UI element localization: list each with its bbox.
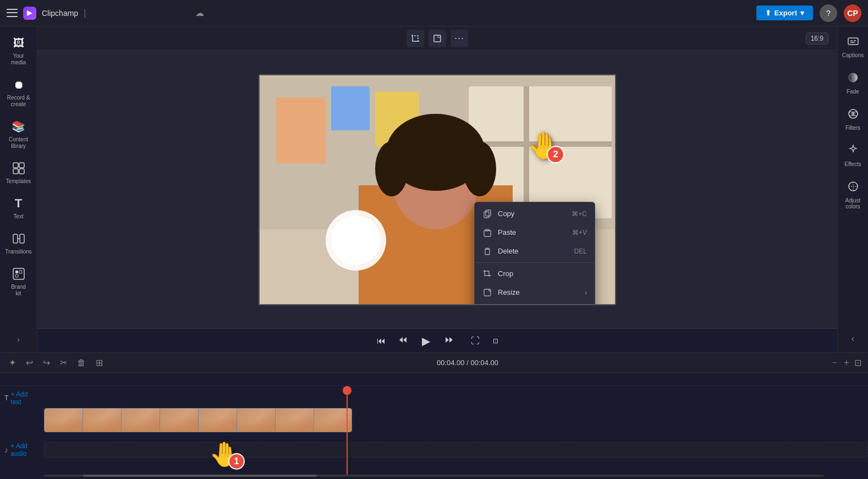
video-track-row: 🤚 1 [0,408,868,436]
audio-track-row: ♪ + Add audio [0,440,868,460]
timeline-toolbar: ✦ ↩ ↪ ✂ 🗑 ⊞ 00:04.00 / 00:04.00 － ＋ ⊡ [0,353,868,373]
right-panel-collapse-button[interactable]: ‹ [851,334,854,344]
cut-button[interactable]: ✂ [58,356,69,369]
copy-icon [482,209,492,219]
video-preview[interactable]: 🤚 2 Copy ⌘+C [259,74,616,305]
crop-label: Crop [498,269,513,278]
svg-rect-4 [19,169,24,174]
magic-cut-button[interactable]: ✦ [7,356,18,369]
timeline-time-display: 00:04.00 / 00:04.00 [437,359,498,367]
context-menu-resize[interactable]: Resize › [475,283,595,302]
svg-rect-30 [484,212,489,218]
svg-rect-29 [486,210,491,216]
clip-thumb-8 [314,409,352,432]
timeline-ruler: 0 0:01 0:02 0:03 0:04 0:05 0:06 0:07 0:0… [0,373,868,386]
redo-button[interactable]: ↪ [41,356,52,369]
hand-cursor-2: 🤚 2 [527,130,560,161]
clip-thumb-1 [45,409,83,432]
timeline-scrollbar-thumb[interactable] [83,475,317,477]
context-menu-rotate[interactable]: Rotate by 90° [475,302,595,305]
undo-button[interactable]: ↩ [24,356,35,369]
right-sidebar: Captions Fade Filters Effects Adjustcolo… [837,26,868,353]
timeline-scrollbar-container [0,475,868,479]
export-icon: ⬆ [765,9,771,17]
clip-thumb-5 [199,409,237,432]
delete-shortcut: DEL [574,247,587,255]
clip-thumb-6 [237,409,276,432]
svg-rect-6 [20,234,24,243]
video-title-input[interactable]: My video [91,9,188,18]
crop-tool-button[interactable] [406,30,424,47]
forward-button[interactable] [441,333,455,349]
sidebar-item-your-media[interactable]: 🖼 Your media [2,31,35,70]
fullscreen-button[interactable]: ⛶ [469,334,482,348]
filters-panel-button[interactable]: Filters [839,103,867,135]
zoom-controls: － ＋ ⊡ [830,357,861,368]
sidebar-item-brand[interactable]: Brandkit [2,262,35,301]
fit-timeline-button[interactable]: ⊡ [854,357,861,368]
sidebar-item-text[interactable]: T Text [2,191,35,224]
play-button[interactable]: ▶ [420,332,432,350]
svg-point-25 [375,141,408,196]
effects-icon [847,144,859,159]
sidebar-item-transitions[interactable]: Transitions [2,227,35,260]
adjust-colors-panel-button[interactable]: Adjustcolors [839,176,867,214]
context-menu-copy[interactable]: Copy ⌘+C [475,205,595,223]
aspect-ratio-selector[interactable]: 16:9 [806,32,828,45]
audio-track-content [44,442,868,458]
svg-rect-9 [15,271,18,273]
fade-icon [847,71,859,86]
fade-panel-button[interactable]: Fade [839,67,867,99]
audio-track-icon: ♪ [4,445,8,454]
sidebar-item-record-create[interactable]: ⏺ Record &create [2,73,35,112]
svg-rect-1 [13,163,18,168]
video-track-content: 🤚 1 [44,408,868,436]
effects-panel-button[interactable]: Effects [839,140,867,172]
more-icon: ··· [454,32,464,44]
skip-back-button[interactable]: ⏮ [375,334,388,348]
captions-panel-button[interactable]: Captions [839,31,867,63]
video-preview-container: 🤚 2 Copy ⌘+C [37,51,837,328]
zoom-out-button[interactable]: － [830,357,839,368]
svg-point-28 [331,216,381,265]
resize-tool-button[interactable] [428,30,446,47]
clip-thumb-4 [160,409,199,432]
timeline-scrollbar-track[interactable] [44,475,824,477]
your-media-icon: 🖼 [11,35,26,51]
copy-shortcut: ⌘+C [572,210,587,218]
video-clip[interactable] [44,408,352,432]
context-menu: Copy ⌘+C Paste ⌘+V Delete [474,202,595,305]
delete-clip-button[interactable]: 🗑 [75,357,88,369]
clip-thumb-2 [83,409,122,432]
more-options-button[interactable]: ··· [451,30,468,47]
context-menu-delete[interactable]: Delete DEL [475,242,595,261]
user-avatar[interactable]: CP [844,4,861,22]
canvas-toolbar: ··· 16:9 [37,26,837,51]
text-track-label[interactable]: T + Add text [0,390,44,406]
hamburger-menu-icon[interactable] [7,8,18,19]
context-menu-paste[interactable]: Paste ⌘+V [475,223,595,242]
rewind-button[interactable] [397,333,411,349]
sidebar-expand-button[interactable]: › [17,335,20,344]
record-create-icon: ⏺ [11,77,26,92]
captions-icon [847,35,859,50]
svg-rect-2 [19,163,24,168]
zoom-in-button[interactable]: ＋ [842,357,851,368]
sidebar-item-templates[interactable]: Templates [2,156,35,189]
text-track-icon: T [4,394,8,402]
sidebar-item-content-library[interactable]: 📚 Contentlibrary [2,114,35,154]
resize-icon [482,288,492,298]
paste-label: Paste [498,228,516,236]
text-track-content [44,389,868,407]
svg-rect-10 [19,271,22,273]
crop-icon [482,269,492,279]
delete-label: Delete [498,247,519,255]
split-button[interactable]: ⊞ [94,356,105,369]
export-button[interactable]: ⬆ Export ▾ [756,5,813,20]
resize-arrow-icon: › [585,289,587,296]
svg-rect-19 [331,86,370,130]
captions-video-button[interactable]: ⊡ [491,335,501,347]
context-menu-crop[interactable]: Crop [475,265,595,283]
app-title: Clipchamp [42,9,78,18]
help-button[interactable]: ? [820,4,837,22]
